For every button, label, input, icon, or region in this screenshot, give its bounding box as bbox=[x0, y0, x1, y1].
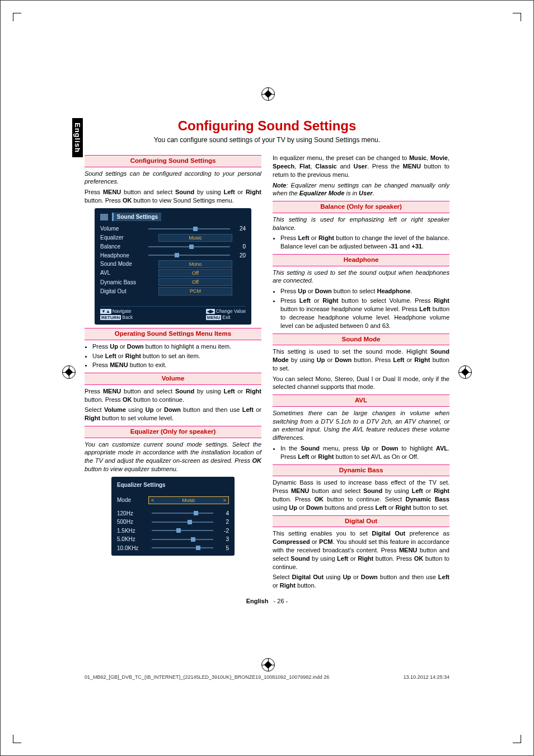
print-footer: 01_MB62_[GB]_DVB_TC_(IB_INTERNET)_(22145… bbox=[85, 674, 449, 680]
footer-page: - 26 - bbox=[274, 598, 288, 604]
text: This setting enables you to set Digital … bbox=[273, 529, 449, 571]
osd-row: AVLOff bbox=[100, 269, 246, 278]
list-item: Press Left or Right button to change the… bbox=[280, 234, 449, 251]
osd-label: Balance bbox=[100, 243, 145, 251]
osd-label: Mode bbox=[117, 496, 148, 504]
heading-headphone: Headphone bbox=[273, 254, 449, 266]
list-item: In the Sound menu, press Up or Down to h… bbox=[280, 444, 449, 461]
osd-row: 10.0KHz5 bbox=[117, 544, 229, 553]
osd-value: Off bbox=[158, 278, 232, 286]
text: In equalizer menu, the preset can be cha… bbox=[273, 154, 449, 179]
print-date: 13.10.2012 14:25:34 bbox=[403, 674, 449, 680]
osd-label: 500Hz bbox=[117, 518, 148, 526]
osd-label: Digital Out bbox=[100, 288, 145, 295]
heading-volume: Volume bbox=[85, 373, 261, 385]
language-tab: English bbox=[72, 118, 83, 157]
list: Press Up or Down button to highlight a m… bbox=[85, 342, 261, 370]
osd-label: AVL bbox=[100, 269, 145, 277]
registration-mark-icon bbox=[261, 87, 275, 101]
text: Sometimes there can be large changes in … bbox=[273, 409, 449, 442]
osd-mode-select: < Music > bbox=[148, 496, 229, 504]
page-subtitle: You can configure sound settings of your… bbox=[85, 136, 449, 144]
list: Press Left or Right button to change the… bbox=[273, 234, 449, 251]
osd-row: Headphone20 bbox=[100, 251, 246, 260]
page-title: Configuring Sound Settings bbox=[85, 118, 449, 134]
osd-label: 10.0KHz bbox=[117, 544, 148, 552]
text: You can select Mono, Stereo, Dual I or D… bbox=[273, 375, 449, 392]
osd-value: PCM bbox=[158, 287, 232, 295]
osd-label: Equalizer bbox=[100, 234, 145, 242]
text: Press MENU button and select Sound by us… bbox=[85, 188, 261, 205]
osd-label: 120Hz bbox=[117, 510, 148, 518]
footer-lang: English bbox=[246, 598, 269, 604]
text: This setting is used to set the sound ou… bbox=[273, 269, 449, 285]
heading-digital-out: Digital Out bbox=[273, 515, 449, 528]
osd-value: Mono bbox=[158, 260, 232, 268]
osd-value: 2 bbox=[217, 518, 229, 526]
print-file: 01_MB62_[GB]_DVB_TC_(IB_INTERNET)_(22145… bbox=[85, 674, 329, 680]
list-item: Press Up or Down button to select Headph… bbox=[280, 287, 449, 295]
osd-value: Music bbox=[182, 497, 195, 504]
content-area: English Configuring Sound Settings You c… bbox=[85, 118, 449, 660]
osd-label: 5.0KHz bbox=[117, 536, 148, 543]
left-column: Configuring Sound Settings Sound setting… bbox=[85, 152, 261, 592]
heading-operating: Operating Sound Settings Menu Items bbox=[85, 328, 261, 340]
osd-label: Volume bbox=[100, 225, 145, 233]
osd-label: 1.5KHz bbox=[117, 527, 148, 535]
osd-label: Sound Mode bbox=[100, 260, 145, 268]
heading-balance: Balance (Only for speaker) bbox=[273, 201, 449, 213]
chevron-right-icon: > bbox=[223, 497, 226, 504]
osd-title: Sound Settings bbox=[112, 213, 161, 222]
sound-icon bbox=[100, 214, 108, 220]
osd-value: 3 bbox=[217, 536, 229, 543]
osd-row: EqualizerMusic bbox=[100, 233, 246, 242]
registration-mark-icon bbox=[62, 365, 76, 379]
osd-value: 24 bbox=[233, 225, 246, 233]
osd-row: Balance0 bbox=[100, 242, 246, 251]
osd-title-row: Sound Settings bbox=[100, 213, 246, 225]
heading-equalizer: Equalizer (Only for speaker) bbox=[85, 426, 261, 438]
text: Select Digital Out using Up or Down butt… bbox=[273, 573, 449, 590]
osd-row: Dynamic BassOff bbox=[100, 278, 246, 287]
registration-mark-icon bbox=[458, 365, 472, 379]
text: Dynamic Bass is used to increase bass ef… bbox=[273, 478, 449, 511]
osd-label: Headphone bbox=[100, 252, 145, 260]
osd-label: Dynamic Bass bbox=[100, 279, 145, 287]
columns: Configuring Sound Settings Sound setting… bbox=[85, 152, 449, 592]
crop-mark bbox=[513, 735, 521, 743]
note: Note: Equalizer menu settings can be cha… bbox=[273, 181, 449, 198]
text: Sound settings can be configured accordi… bbox=[85, 170, 261, 186]
back-hint: RETURNBack bbox=[100, 314, 133, 320]
osd-row: Sound ModeMono bbox=[100, 260, 246, 269]
list-item: Press Left or Right button to select Vol… bbox=[280, 297, 449, 330]
osd-row: Digital OutPCM bbox=[100, 287, 246, 295]
change-hint: ◀▶Change Value bbox=[206, 308, 246, 314]
osd-value: Music bbox=[158, 234, 232, 242]
osd-equalizer: Equalizer Settings Mode < Music > 120Hz4… bbox=[111, 477, 235, 556]
list: In the Sound menu, press Up or Down to h… bbox=[273, 444, 449, 461]
page: English Configuring Sound Settings You c… bbox=[0, 0, 534, 756]
list: Press Up or Down button to select Headph… bbox=[273, 287, 449, 330]
heading-dynamic-bass: Dynamic Bass bbox=[273, 464, 449, 477]
osd-sound-settings: Sound Settings Volume24EqualizerMusicBal… bbox=[95, 208, 251, 325]
osd-value: 20 bbox=[233, 252, 246, 260]
text: This setting is used for emphasizing lef… bbox=[273, 215, 449, 232]
page-footer: English - 26 - bbox=[85, 598, 449, 604]
text: Press MENU button and select Sound by us… bbox=[85, 387, 261, 404]
text: This setting is used to set the sound mo… bbox=[273, 348, 449, 373]
list-item: Press Up or Down button to highlight a m… bbox=[92, 342, 261, 351]
heading-sound-mode: Sound Mode bbox=[273, 334, 449, 346]
list-item: Use Left or Right button to set an item. bbox=[92, 352, 261, 360]
heading-configuring: Configuring Sound Settings bbox=[85, 155, 261, 167]
crop-mark bbox=[513, 13, 521, 21]
osd-value: Off bbox=[158, 269, 232, 277]
crop-mark bbox=[13, 735, 21, 743]
osd-value: 0 bbox=[233, 243, 246, 251]
text: You can customize current sound mode set… bbox=[85, 440, 261, 473]
osd-row: 120Hz4 bbox=[117, 509, 229, 518]
osd-row: 500Hz2 bbox=[117, 518, 229, 527]
osd-title: Equalizer Settings bbox=[117, 481, 166, 489]
chevron-left-icon: < bbox=[151, 497, 154, 504]
list-item: Press MENU button to exit. bbox=[92, 361, 261, 369]
exit-hint: MENUExit bbox=[206, 314, 231, 320]
